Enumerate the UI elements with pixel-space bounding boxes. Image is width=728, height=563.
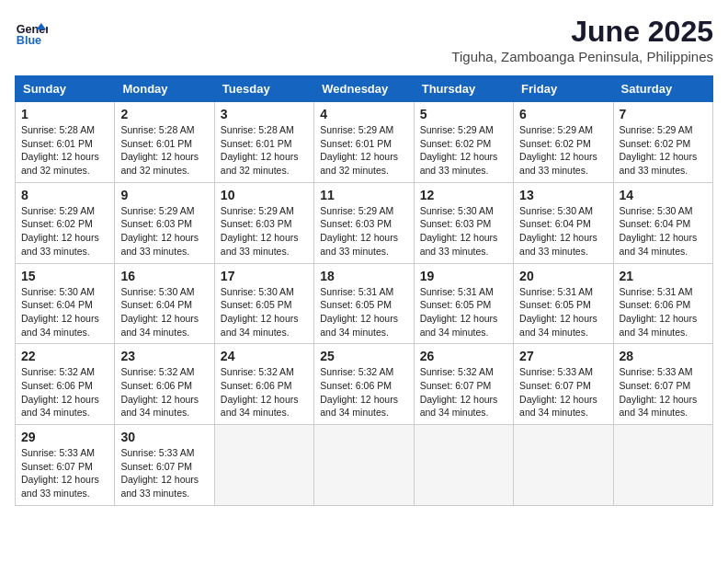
week-row-3: 15 Sunrise: 5:30 AMSunset: 6:04 PMDaylig… <box>16 263 713 344</box>
header-saturday: Saturday <box>613 76 712 102</box>
day-number: 21 <box>620 269 707 283</box>
header-friday: Friday <box>514 76 613 102</box>
day-info: Sunrise: 5:29 AMSunset: 6:02 PMDaylight:… <box>620 123 707 178</box>
day-number: 5 <box>420 107 507 121</box>
day-number: 13 <box>519 188 607 202</box>
logo-icon: General Blue <box>15 15 48 48</box>
day-number: 20 <box>519 269 607 283</box>
logo: General Blue <box>15 15 48 48</box>
day-info: Sunrise: 5:29 AMSunset: 6:02 PMDaylight:… <box>21 204 108 259</box>
calendar-day-cell: 29 Sunrise: 5:33 AMSunset: 6:07 PMDaylig… <box>16 425 115 506</box>
calendar-day-cell: 20 Sunrise: 5:31 AMSunset: 6:05 PMDaylig… <box>514 263 613 344</box>
day-info: Sunrise: 5:31 AMSunset: 6:05 PMDaylight:… <box>320 285 407 339</box>
day-info: Sunrise: 5:31 AMSunset: 6:05 PMDaylight:… <box>519 285 607 339</box>
svg-text:Blue: Blue <box>17 34 41 47</box>
day-info: Sunrise: 5:33 AMSunset: 6:07 PMDaylight:… <box>120 446 208 500</box>
day-info: Sunrise: 5:30 AMSunset: 6:04 PMDaylight:… <box>519 204 607 259</box>
day-info: Sunrise: 5:33 AMSunset: 6:07 PMDaylight:… <box>519 365 607 419</box>
day-number: 12 <box>420 188 507 202</box>
day-info: Sunrise: 5:30 AMSunset: 6:03 PMDaylight:… <box>420 204 507 259</box>
calendar-day-cell: 2 Sunrise: 5:28 AMSunset: 6:01 PMDayligh… <box>115 102 214 183</box>
day-info: Sunrise: 5:29 AMSunset: 6:03 PMDaylight:… <box>120 204 208 259</box>
header-monday: Monday <box>115 76 214 102</box>
calendar-day-cell: 24 Sunrise: 5:32 AMSunset: 6:06 PMDaylig… <box>214 344 313 425</box>
calendar-day-cell: 13 Sunrise: 5:30 AMSunset: 6:04 PMDaylig… <box>514 182 613 263</box>
calendar-day-cell: 1 Sunrise: 5:28 AMSunset: 6:01 PMDayligh… <box>16 102 115 183</box>
header-wednesday: Wednesday <box>314 76 414 102</box>
day-number: 7 <box>620 107 707 121</box>
day-info: Sunrise: 5:31 AMSunset: 6:05 PMDaylight:… <box>420 285 507 339</box>
calendar-day-cell <box>414 425 513 506</box>
day-number: 16 <box>120 269 208 283</box>
calendar-table: Sunday Monday Tuesday Wednesday Thursday… <box>15 75 713 506</box>
calendar-day-cell: 17 Sunrise: 5:30 AMSunset: 6:05 PMDaylig… <box>214 263 313 344</box>
day-number: 30 <box>120 430 208 444</box>
day-number: 24 <box>221 349 308 363</box>
day-number: 10 <box>221 188 308 202</box>
day-info: Sunrise: 5:28 AMSunset: 6:01 PMDaylight:… <box>21 123 108 178</box>
calendar-day-cell: 11 Sunrise: 5:29 AMSunset: 6:03 PMDaylig… <box>314 182 414 263</box>
day-info: Sunrise: 5:29 AMSunset: 6:02 PMDaylight:… <box>519 123 607 178</box>
calendar-day-cell: 7 Sunrise: 5:29 AMSunset: 6:02 PMDayligh… <box>613 102 712 183</box>
day-number: 8 <box>21 188 108 202</box>
calendar-day-cell: 30 Sunrise: 5:33 AMSunset: 6:07 PMDaylig… <box>115 425 214 506</box>
day-info: Sunrise: 5:30 AMSunset: 6:05 PMDaylight:… <box>221 285 308 339</box>
day-number: 23 <box>120 349 208 363</box>
calendar-day-cell: 16 Sunrise: 5:30 AMSunset: 6:04 PMDaylig… <box>115 263 214 344</box>
day-number: 4 <box>320 107 407 121</box>
week-row-4: 22 Sunrise: 5:32 AMSunset: 6:06 PMDaylig… <box>16 344 713 425</box>
day-number: 3 <box>221 107 308 121</box>
day-number: 18 <box>320 269 407 283</box>
day-number: 26 <box>420 349 507 363</box>
day-number: 27 <box>519 349 607 363</box>
weekday-header-row: Sunday Monday Tuesday Wednesday Thursday… <box>16 76 713 102</box>
month-title: June 2025 <box>451 15 713 49</box>
day-number: 19 <box>420 269 507 283</box>
calendar-day-cell: 27 Sunrise: 5:33 AMSunset: 6:07 PMDaylig… <box>514 344 613 425</box>
calendar-day-cell: 12 Sunrise: 5:30 AMSunset: 6:03 PMDaylig… <box>414 182 513 263</box>
day-number: 9 <box>120 188 208 202</box>
calendar-day-cell: 3 Sunrise: 5:28 AMSunset: 6:01 PMDayligh… <box>214 102 313 183</box>
day-info: Sunrise: 5:28 AMSunset: 6:01 PMDaylight:… <box>221 123 308 178</box>
week-row-5: 29 Sunrise: 5:33 AMSunset: 6:07 PMDaylig… <box>16 425 713 506</box>
calendar-day-cell: 28 Sunrise: 5:33 AMSunset: 6:07 PMDaylig… <box>613 344 712 425</box>
calendar-day-cell <box>514 425 613 506</box>
day-info: Sunrise: 5:29 AMSunset: 6:03 PMDaylight:… <box>221 204 308 259</box>
day-number: 6 <box>519 107 607 121</box>
day-number: 28 <box>620 349 707 363</box>
day-number: 17 <box>221 269 308 283</box>
day-info: Sunrise: 5:30 AMSunset: 6:04 PMDaylight:… <box>120 285 208 339</box>
title-area: June 2025 Tiguha, Zamboanga Peninsula, P… <box>451 15 713 64</box>
calendar-day-cell: 23 Sunrise: 5:32 AMSunset: 6:06 PMDaylig… <box>115 344 214 425</box>
calendar-day-cell: 9 Sunrise: 5:29 AMSunset: 6:03 PMDayligh… <box>115 182 214 263</box>
day-number: 25 <box>320 349 407 363</box>
calendar-day-cell: 10 Sunrise: 5:29 AMSunset: 6:03 PMDaylig… <box>214 182 313 263</box>
day-number: 2 <box>120 107 208 121</box>
calendar-day-cell: 22 Sunrise: 5:32 AMSunset: 6:06 PMDaylig… <box>16 344 115 425</box>
header-tuesday: Tuesday <box>214 76 313 102</box>
day-info: Sunrise: 5:29 AMSunset: 6:01 PMDaylight:… <box>320 123 407 178</box>
calendar-day-cell: 15 Sunrise: 5:30 AMSunset: 6:04 PMDaylig… <box>16 263 115 344</box>
day-info: Sunrise: 5:32 AMSunset: 6:06 PMDaylight:… <box>221 365 308 419</box>
week-row-1: 1 Sunrise: 5:28 AMSunset: 6:01 PMDayligh… <box>16 102 713 183</box>
calendar-day-cell: 8 Sunrise: 5:29 AMSunset: 6:02 PMDayligh… <box>16 182 115 263</box>
day-info: Sunrise: 5:33 AMSunset: 6:07 PMDaylight:… <box>21 446 108 500</box>
day-info: Sunrise: 5:30 AMSunset: 6:04 PMDaylight:… <box>620 204 707 259</box>
day-number: 15 <box>21 269 108 283</box>
day-info: Sunrise: 5:30 AMSunset: 6:04 PMDaylight:… <box>21 285 108 339</box>
calendar-day-cell: 18 Sunrise: 5:31 AMSunset: 6:05 PMDaylig… <box>314 263 414 344</box>
calendar-day-cell <box>613 425 712 506</box>
day-info: Sunrise: 5:32 AMSunset: 6:06 PMDaylight:… <box>120 365 208 419</box>
calendar-day-cell: 19 Sunrise: 5:31 AMSunset: 6:05 PMDaylig… <box>414 263 513 344</box>
day-info: Sunrise: 5:31 AMSunset: 6:06 PMDaylight:… <box>620 285 707 339</box>
day-info: Sunrise: 5:29 AMSunset: 6:02 PMDaylight:… <box>420 123 507 178</box>
day-info: Sunrise: 5:32 AMSunset: 6:07 PMDaylight:… <box>420 365 507 419</box>
header-thursday: Thursday <box>414 76 513 102</box>
day-info: Sunrise: 5:32 AMSunset: 6:06 PMDaylight:… <box>21 365 108 419</box>
day-info: Sunrise: 5:28 AMSunset: 6:01 PMDaylight:… <box>120 123 208 178</box>
calendar-day-cell: 21 Sunrise: 5:31 AMSunset: 6:06 PMDaylig… <box>613 263 712 344</box>
calendar-day-cell: 4 Sunrise: 5:29 AMSunset: 6:01 PMDayligh… <box>314 102 414 183</box>
header-sunday: Sunday <box>16 76 115 102</box>
day-number: 29 <box>21 430 108 444</box>
day-info: Sunrise: 5:32 AMSunset: 6:06 PMDaylight:… <box>320 365 407 419</box>
